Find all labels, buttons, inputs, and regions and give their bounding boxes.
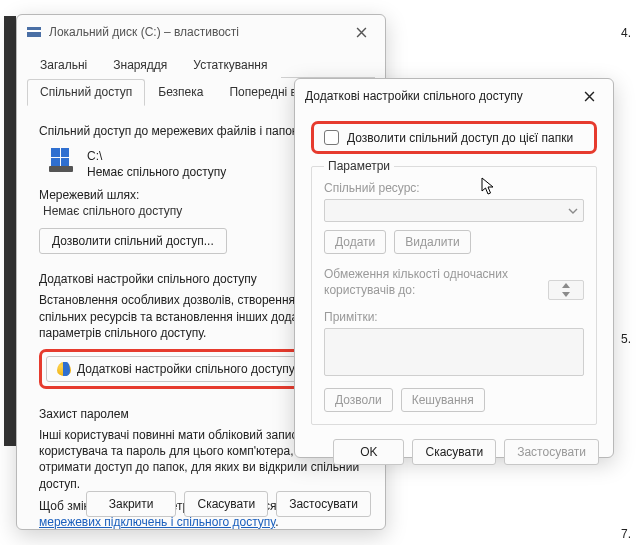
- step-7-label: 7.: [621, 527, 631, 541]
- tab-tools[interactable]: Знаряддя: [100, 52, 180, 78]
- cancel-button[interactable]: Скасувати: [184, 491, 268, 517]
- tab-hardware[interactable]: Устаткування: [180, 52, 280, 78]
- tab-sharing[interactable]: Спільний доступ: [27, 79, 145, 106]
- allow-share-button[interactable]: Дозволити спільний доступ...: [39, 228, 227, 254]
- adv-footer-buttons: OK Скасувати Застосувати: [295, 433, 613, 477]
- tab-security[interactable]: Безпека: [145, 79, 216, 106]
- adv-window-title: Додаткові настройки спільного доступу: [305, 89, 573, 103]
- allow-share-checkbox-label: Дозволити спільний доступ до цієї папки: [347, 131, 573, 145]
- remove-button[interactable]: Видалити: [394, 230, 470, 254]
- params-legend: Параметри: [324, 159, 394, 173]
- main-footer-buttons: Закрити Скасувати Застосувати: [17, 481, 385, 529]
- drive-visual-icon: [51, 148, 77, 168]
- tabs-row-1: Загальні Знаряддя Устаткування: [27, 51, 375, 78]
- caching-button[interactable]: Кешування: [401, 388, 485, 412]
- window-title: Локальний диск (C:) – властивості: [49, 25, 345, 39]
- background-shadow: [4, 16, 16, 446]
- apply-button[interactable]: Застосувати: [276, 491, 371, 517]
- chevron-down-icon: [568, 206, 578, 216]
- highlight-advanced-button: Додаткові настройки спільного доступу...: [39, 349, 322, 389]
- highlight-allow-checkbox: Дозволити спільний доступ до цієї папки: [311, 121, 597, 154]
- spin-down-icon[interactable]: [549, 290, 583, 299]
- share-resource-label: Спільний ресурс:: [324, 181, 584, 195]
- adv-cancel-button[interactable]: Скасувати: [412, 439, 496, 465]
- tab-general[interactable]: Загальні: [27, 52, 100, 78]
- add-button[interactable]: Додати: [324, 230, 386, 254]
- adv-apply-button[interactable]: Застосувати: [504, 439, 599, 465]
- step-5-label: 5.: [621, 332, 631, 346]
- close-button[interactable]: Закрити: [86, 491, 177, 517]
- advanced-share-button-label: Додаткові настройки спільного доступу...: [77, 362, 304, 376]
- drive-name: C:\: [87, 148, 226, 164]
- params-fieldset: Параметри Спільний ресурс: Додати Видали…: [311, 166, 597, 425]
- notes-label: Примітки:: [324, 310, 584, 324]
- advanced-sharing-window: Додаткові настройки спільного доступу До…: [294, 78, 614, 458]
- notes-textarea[interactable]: [324, 328, 584, 376]
- titlebar: Локальний диск (C:) – властивості: [17, 15, 385, 47]
- adv-close-icon[interactable]: [573, 85, 605, 107]
- close-icon[interactable]: [345, 21, 377, 43]
- spin-up-icon[interactable]: [549, 281, 583, 290]
- adv-body: Дозволити спільний доступ до цієї папки …: [295, 111, 613, 433]
- permissions-button[interactable]: Дозволи: [324, 388, 393, 412]
- ok-button[interactable]: OK: [333, 439, 404, 465]
- advanced-share-button[interactable]: Додаткові настройки спільного доступу...: [46, 356, 315, 382]
- drive-status: Немає спільного доступу: [87, 164, 226, 180]
- shield-icon: [57, 362, 71, 376]
- drive-icon: [27, 27, 41, 37]
- adv-titlebar: Додаткові настройки спільного доступу: [295, 79, 613, 111]
- drive-info: C:\ Немає спільного доступу: [87, 148, 226, 180]
- share-resource-combo[interactable]: [324, 199, 584, 222]
- allow-share-checkbox[interactable]: [324, 130, 339, 145]
- step-4-label: 4.: [621, 26, 631, 40]
